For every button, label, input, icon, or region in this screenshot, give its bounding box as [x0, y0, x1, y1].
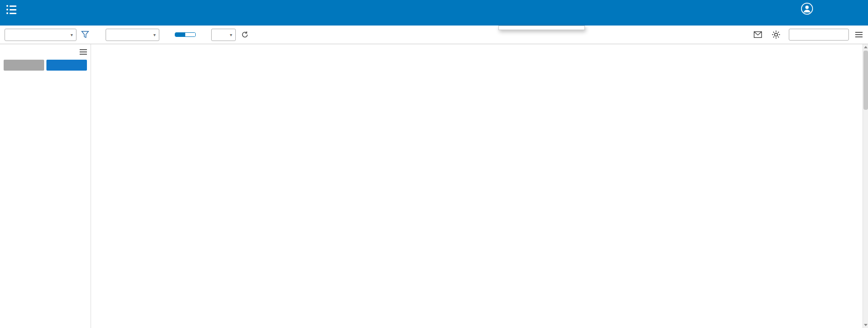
- predictive-no-button[interactable]: [185, 33, 195, 36]
- vertical-scrollbar[interactable]: [863, 44, 868, 328]
- scroll-down-arrow[interactable]: [863, 322, 868, 328]
- scrollbar-thumb[interactable]: [863, 51, 868, 110]
- scroll-up-arrow[interactable]: [863, 44, 868, 50]
- brightness-icon[interactable]: [771, 30, 782, 40]
- user-account-button[interactable]: [801, 2, 813, 16]
- chevron-down-icon: ▾: [68, 32, 73, 37]
- chevron-down-icon: ▾: [227, 32, 232, 37]
- saved-searches-select[interactable]: ▾: [5, 29, 76, 41]
- predictive-toggle: [175, 32, 196, 37]
- navbar-right: [801, 2, 860, 16]
- speed-select[interactable]: ▾: [211, 29, 236, 41]
- app-list-icon[interactable]: [6, 4, 16, 14]
- menu-icon[interactable]: [855, 31, 863, 39]
- save-button[interactable]: [4, 60, 44, 71]
- filter-icon[interactable]: [80, 30, 90, 40]
- top-navbar: [0, 0, 868, 26]
- predictive-yes-button[interactable]: [175, 33, 185, 36]
- positions-table: [91, 44, 868, 328]
- table-header: [91, 47, 868, 58]
- mail-icon[interactable]: [752, 30, 763, 40]
- criteria-menu-icon[interactable]: [80, 48, 87, 56]
- view-select[interactable]: ▾: [106, 29, 159, 41]
- avatar: [801, 2, 813, 15]
- chevron-down-icon: ▾: [151, 32, 156, 37]
- toolbar: ▾ ▾ ▾: [0, 26, 868, 44]
- search-button[interactable]: [46, 60, 87, 71]
- brand: [6, 4, 21, 14]
- other-actions-menu: [498, 26, 585, 30]
- add-vessel-input[interactable]: [789, 29, 849, 41]
- refresh-icon[interactable]: [240, 30, 249, 39]
- search-criteria-panel: [0, 44, 91, 328]
